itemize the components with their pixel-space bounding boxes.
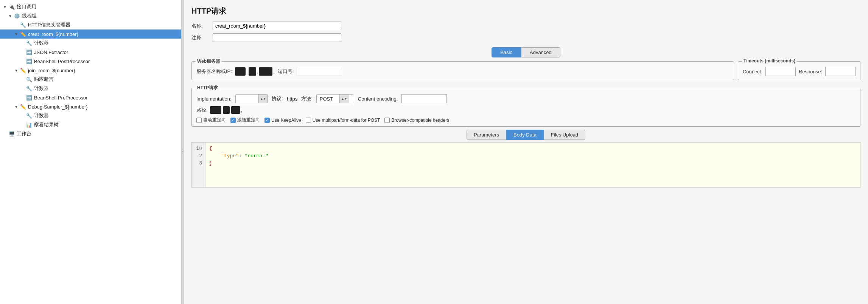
encoding-label: Content encoding: (358, 96, 398, 102)
comment-label: 注释: (191, 34, 213, 41)
web-server-section: Web服务器 服务器名称或IP: . . , 端口号: (191, 61, 734, 80)
tab-advanced[interactable]: Advanced (521, 47, 560, 57)
brace-open: { (209, 146, 212, 151)
sidebar-item-beanshell-pre[interactable]: ➡️ BeanShell PreProcessor (0, 93, 181, 102)
arrow-creat-room: ▼ (14, 32, 19, 36)
sidebar-item-jishuqi3[interactable]: 🔧 计数器 (0, 111, 181, 120)
name-input[interactable] (213, 22, 341, 30)
response-input[interactable] (825, 67, 856, 76)
sidebar-item-json-extractor[interactable]: ➡️ JSON Extractor (0, 48, 181, 57)
sidebar-item-join-room[interactable]: ▼ ✏️ join_room_${number} (0, 66, 181, 75)
sidebar-item-jiekou[interactable]: ▼ 🔌 接口调用 (0, 2, 181, 11)
http-request-section: HTTP请求 Implementation: ▲▼ 协议: https 方法: … (191, 88, 860, 127)
line-num-3: 3 (195, 160, 202, 167)
sidebar-item-jishuqi2[interactable]: 🔧 计数器 (0, 84, 181, 93)
sidebar-item-jishuqi1[interactable]: 🔧 计数器 (0, 39, 181, 48)
method-select[interactable]: POST ▲▼ (316, 94, 354, 103)
icon-http-header: 🔧 (20, 22, 26, 28)
sidebar-item-gongzuotai[interactable]: 🖥️ 工作台 (0, 129, 181, 138)
cb-label-multipart: Use multipart/form-data for POST (313, 118, 380, 123)
path-seg2 (223, 106, 230, 114)
timeouts-content: Connect: Response: (743, 67, 856, 76)
http-row1: Implementation: ▲▼ 协议: https 方法: POST ▲▼… (196, 94, 856, 103)
impl-select[interactable]: ▲▼ (235, 94, 268, 103)
json-key: "type" (221, 153, 239, 159)
code-editor: 1⊟ 2 3 { "type": "normal" } (191, 142, 860, 188)
icon-join-room: ✏️ (20, 67, 26, 74)
web-server-content: 服务器名称或IP: . . , 端口号: (196, 67, 729, 76)
port-input[interactable] (297, 67, 342, 76)
path-seg1 (210, 106, 221, 114)
response-label: Response: (799, 69, 822, 74)
sidebar-item-response-assert[interactable]: 🔍 响应断言 (0, 75, 181, 84)
tab-basic[interactable]: Basic (492, 47, 521, 57)
cb-follow-redirect[interactable]: ✓ (230, 118, 236, 123)
arrow-jiekou: ▼ (2, 5, 8, 9)
method-label: 方法: (301, 95, 313, 102)
cb-keepalive[interactable]: ✓ (264, 118, 270, 123)
bottom-tab-bar: Parameters Body Data Files Upload (191, 130, 860, 140)
checkbox-row: 自动重定向 ✓ 跟随重定向 ✓ Use KeepAlive Use multip… (196, 117, 856, 123)
icon-xianchengzu: ⚙️ (14, 12, 20, 19)
json-value: "normal" (245, 153, 268, 159)
method-value: POST (317, 95, 339, 102)
cb-browser-headers[interactable] (384, 118, 390, 123)
ip-box: . . , (235, 67, 275, 76)
sidebar-item-beanshell-post[interactable]: ➡️ BeanShell PostProcessor (0, 57, 181, 66)
checkbox-keepalive: ✓ Use KeepAlive (264, 118, 301, 123)
tab-files-upload[interactable]: Files Upload (544, 130, 585, 140)
comment-row: 注释: (191, 33, 860, 42)
impl-value (236, 98, 258, 99)
code-content[interactable]: { "type": "normal" } (205, 143, 860, 187)
arrow-xianchengzu: ▼ (8, 14, 13, 18)
icon-beanshell-post: ➡️ (26, 58, 33, 65)
icon-creat-room: ✏️ (20, 31, 26, 37)
port-label: 端口号: (278, 68, 294, 75)
checkbox-auto-redirect: 自动重定向 (196, 117, 226, 123)
protocol-label: 协议: (272, 95, 283, 102)
tab-parameters[interactable]: Parameters (467, 130, 506, 140)
icon-jishuqi2: 🔧 (26, 85, 33, 92)
sidebar-item-xianchengzu[interactable]: ▼ ⚙️ 线程组 (0, 11, 181, 20)
timeouts-section: Timeouts (milliseconds) Connect: Respons… (738, 61, 860, 80)
sidebar-item-debug-sampler[interactable]: ▼ ✏️ Debug Sampler_${number} (0, 102, 181, 111)
connect-input[interactable] (765, 67, 796, 76)
cb-auto-redirect[interactable] (196, 118, 202, 123)
line-num-1: 1⊟ (195, 145, 202, 152)
code-line-2: "type": "normal" (209, 152, 856, 160)
path-seg3 (231, 106, 240, 114)
comment-input[interactable] (213, 33, 341, 42)
icon-jishuqi3: 🔧 (26, 112, 33, 119)
impl-label: Implementation: (196, 96, 232, 102)
name-label: 名称: (191, 23, 213, 29)
icon-json-extractor: ➡️ (26, 49, 33, 56)
checkbox-browser-headers: Browser-compatible headers (384, 118, 449, 123)
sidebar-item-results-tree[interactable]: 📊 察看结果树 (0, 120, 181, 129)
checkbox-multipart: Use multipart/form-data for POST (306, 118, 380, 123)
cb-multipart[interactable] (306, 118, 311, 123)
ip-seg1 (235, 67, 246, 76)
cb-label-keepalive: Use KeepAlive (271, 118, 301, 123)
server-label: 服务器名称或IP: (196, 68, 232, 75)
ip-dot3: , (273, 69, 275, 74)
path-row: 路径: , (196, 106, 856, 114)
icon-debug-sampler: ✏️ (20, 103, 26, 110)
encoding-input[interactable] (401, 94, 447, 103)
main-tab-bar: Basic Advanced (191, 47, 860, 57)
tab-body-data[interactable]: Body Data (506, 130, 544, 140)
code-line-3: } (209, 160, 856, 167)
http-section-title: HTTP请求 (196, 85, 219, 91)
method-arrows: ▲▼ (339, 95, 349, 103)
arrow-join-room: ▼ (14, 68, 19, 73)
icon-response-assert: 🔍 (26, 76, 33, 83)
connect-label: Connect: (743, 69, 762, 74)
sidebar-item-http-header[interactable]: 🔧 HTTP信息头管理器 (0, 20, 181, 29)
icon-jishuqi1: 🔧 (26, 40, 33, 47)
name-row: 名称: (191, 22, 860, 30)
sidebar-item-creat-room[interactable]: ▼ ✏️ creat_room_${number} (0, 29, 181, 39)
cb-label-auto-redirect: 自动重定向 (203, 117, 226, 123)
path-label: 路径: (196, 107, 208, 113)
impl-arrows: ▲▼ (258, 95, 268, 103)
checkbox-follow-redirect: ✓ 跟随重定向 (230, 117, 260, 123)
ip-seg2 (249, 67, 256, 76)
